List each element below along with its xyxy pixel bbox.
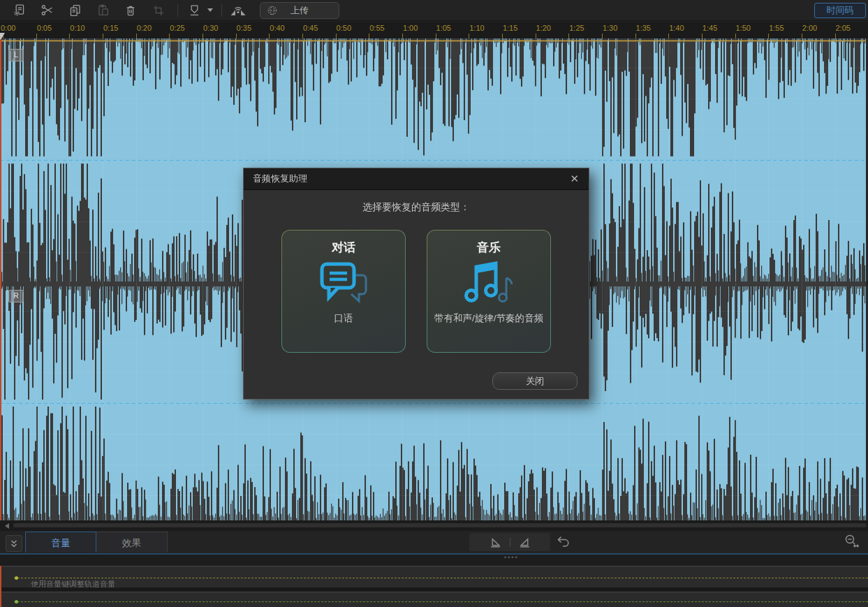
ruler-time-label: 0:40 [270, 24, 284, 32]
timeline-ruler[interactable]: 0:000:050:100:150:200:250:300:350:400:45… [0, 22, 868, 38]
toolbar-separator [177, 4, 178, 17]
ruler-tick [502, 34, 503, 38]
ruler-time-label: 1:20 [536, 24, 551, 32]
ruler-time-label: 2:00 [802, 24, 817, 32]
ruler-time-label: 1:15 [503, 24, 517, 32]
ruler-time-label: 1:00 [403, 24, 418, 32]
ruler-time-label: 0:45 [303, 24, 318, 32]
ruler-time-label: 1:40 [669, 24, 684, 32]
toolbar-separator [221, 4, 222, 17]
ruler-time-label: 1:45 [703, 24, 717, 32]
volume-keyframe-dot[interactable] [15, 576, 18, 580]
ruler-time-label: 2:05 [836, 24, 851, 32]
ruler-tick [436, 34, 436, 38]
ruler-time-label: 0:25 [170, 24, 184, 32]
volume-envelope-lane: 使用音量键调整轨道音量 [0, 566, 868, 587]
ruler-time-label: 1:35 [636, 24, 651, 32]
audio-restore-dialog: 音频恢复助理 ✕ 选择要恢复的音频类型： 对话 口语 音乐 [243, 168, 589, 400]
horizontal-scrollbar-row [0, 520, 868, 531]
pan-keyframe-dot[interactable] [15, 600, 18, 604]
delete-icon[interactable] [122, 2, 140, 19]
ruler-tick [536, 34, 536, 38]
session-properties-icon[interactable] [10, 2, 28, 19]
cut-icon[interactable] [38, 2, 56, 19]
card-dialogue[interactable]: 对话 口语 [281, 230, 406, 353]
horizontal-scrollbar[interactable] [13, 523, 867, 527]
channel-label-right: R [8, 290, 24, 302]
audio-editor-window: 上传 时间码 0:000:050:100:150:200:250:300:350… [0, 0, 868, 607]
ruler-tick [768, 34, 769, 38]
ruler-tick [336, 34, 337, 38]
ruler-tick [702, 34, 703, 38]
card-music[interactable]: 音乐 带有和声/旋律/节奏的音频 [427, 230, 551, 353]
tab-volume[interactable]: 音量 [25, 532, 96, 553]
ruler-tick [236, 34, 237, 38]
ruler-tick [568, 34, 569, 38]
music-notes-icon [427, 256, 550, 312]
envelope-button-group [469, 533, 550, 551]
top-toolbar: 上传 时间码 [0, 0, 868, 21]
undo-icon[interactable] [557, 534, 571, 548]
ruler-tick [835, 34, 836, 38]
card-music-subtitle: 带有和声/旋律/节奏的音频 [427, 312, 550, 326]
dialog-close-button[interactable]: 关闭 [492, 372, 578, 390]
zoom-out-horizontal-icon[interactable] [844, 534, 860, 548]
copy-icon[interactable] [66, 2, 84, 19]
ruler-tick [103, 34, 103, 38]
ruler-tick [36, 34, 37, 38]
ruler-time-label: 0:20 [137, 24, 152, 32]
ruler-time-label: 1:05 [436, 24, 451, 32]
dialog-title: 音频恢复助理 [253, 168, 307, 189]
pan-envelope-lane [0, 592, 868, 607]
ruler-tick [136, 34, 137, 38]
pan-envelope-line[interactable] [14, 601, 868, 602]
card-music-title: 音乐 [427, 240, 550, 256]
trim-icon[interactable] [149, 2, 168, 19]
globe-icon [267, 5, 278, 16]
ruler-time-label: 0:30 [203, 24, 218, 32]
upload-button[interactable]: 上传 [260, 2, 339, 19]
ruler-tick [203, 34, 203, 38]
collapse-panel-button[interactable] [6, 535, 22, 552]
audio-type-cards: 对话 口语 音乐 [281, 230, 551, 353]
ruler-time-label: 0:50 [337, 24, 351, 32]
panel-tabs: 音量 效果 [25, 532, 168, 553]
panel-resize-strip: •••• [0, 555, 868, 566]
dialog-titlebar[interactable]: 音频恢复助理 ✕ [244, 168, 589, 190]
paste-icon[interactable] [94, 2, 112, 19]
chat-bubbles-icon [282, 256, 405, 312]
ruler-time-label: 1:30 [603, 24, 617, 32]
channel-label-left: L [8, 49, 24, 61]
volume-envelope-line[interactable] [14, 578, 868, 578]
card-dialogue-title: 对话 [282, 240, 405, 256]
tab-effects[interactable]: 效果 [96, 532, 168, 553]
ruler-tick [269, 34, 270, 38]
ruler-tick [668, 34, 669, 38]
dialog-close-icon[interactable]: ✕ [567, 168, 582, 189]
ruler-time-label: 0:55 [369, 24, 384, 32]
ruler-tick [602, 34, 603, 38]
chevron-double-down-icon [10, 539, 18, 548]
ruler-time-label: 0:35 [237, 24, 251, 32]
card-dialogue-subtitle: 口语 [282, 312, 405, 326]
playhead-line[interactable] [0, 34, 1, 532]
ruler-time-label: 1:50 [736, 24, 751, 32]
scroll-left-arrow-icon[interactable] [5, 523, 9, 529]
ruler-time-label: 1:55 [769, 24, 784, 32]
marker-icon[interactable] [185, 2, 203, 19]
pan-envelope-icon[interactable] [519, 536, 531, 548]
group-separator [510, 538, 510, 547]
ruler-tick [402, 34, 403, 38]
ruler-time-label: 0:00 [1, 24, 15, 32]
loudness-icon[interactable] [229, 2, 247, 19]
panel-resize-handle[interactable]: •••• [504, 554, 519, 561]
ruler-time-label: 0:05 [37, 24, 52, 32]
timecode-button[interactable]: 时间码 [814, 3, 866, 18]
ruler-time-label: 0:10 [70, 24, 84, 32]
playhead-handle[interactable] [0, 33, 5, 40]
dialog-prompt: 选择要恢复的音频类型： [244, 201, 589, 214]
ruler-tick [369, 34, 369, 38]
marker-dropdown-caret-icon[interactable] [207, 8, 213, 12]
bottom-toolbar: 音量 效果 [0, 531, 868, 553]
volume-envelope-icon[interactable] [490, 536, 501, 548]
